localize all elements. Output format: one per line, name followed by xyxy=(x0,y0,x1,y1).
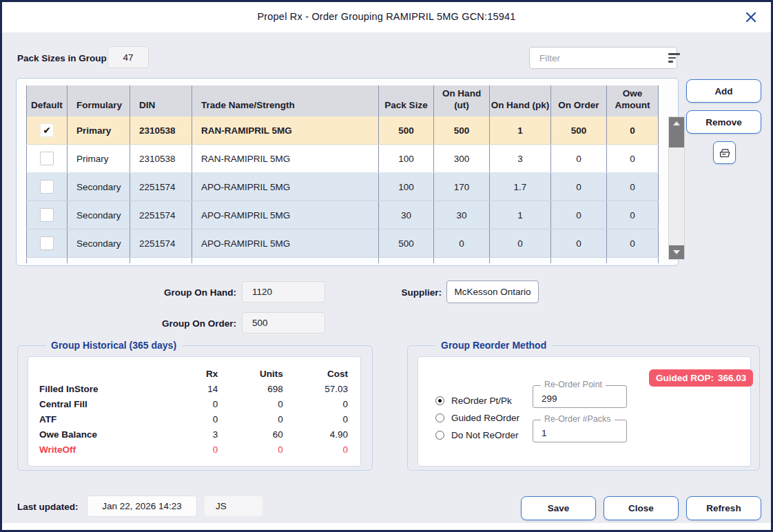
col-owe-amount[interactable]: Owe Amount xyxy=(607,85,659,116)
supplier-label: Supplier: xyxy=(373,287,442,298)
col-formulary[interactable]: Formulary xyxy=(68,85,130,116)
grid-scrollbar[interactable] xyxy=(668,116,685,260)
scrollbar-down-button[interactable] xyxy=(669,245,684,259)
col-on-hand-pk[interactable]: On Hand (pk) xyxy=(490,85,551,116)
table-row[interactable]: Secondary 2251574 APO-RAMIPRIL 5MG 30 30… xyxy=(26,201,659,229)
pack-size-grid: Default Formulary DIN Trade Name/Strengt… xyxy=(26,85,659,263)
reorder-point-label: Re-Order Point xyxy=(541,380,606,389)
guided-rop-badge: Guided ROP: 366.03 xyxy=(649,369,753,387)
group-reorder-legend: Group Reorder Method xyxy=(435,340,552,351)
pack-sizes-label: Pack Sizes in Group xyxy=(17,53,107,63)
table-row[interactable]: ✔ Primary 2310538 RAN-RAMIPRIL 5MG 500 5… xyxy=(26,116,659,145)
reorder-packs-field: Re-Order #Packs xyxy=(533,420,627,442)
group-on-order-label: Group On Order: xyxy=(126,318,236,329)
order-grouping-dialog: Propel Rx - Order Grouping RAMIPRIL 5MG … xyxy=(0,0,773,532)
grid-body: ✔ Primary 2310538 RAN-RAMIPRIL 5MG 500 5… xyxy=(26,116,659,263)
default-checkbox[interactable] xyxy=(40,152,54,165)
filter-icon[interactable] xyxy=(668,53,680,63)
last-updated-initials-field[interactable] xyxy=(204,495,263,517)
pack-sizes-input[interactable] xyxy=(107,46,149,68)
remove-button[interactable]: Remove xyxy=(686,110,761,134)
scroll-down-icon xyxy=(673,250,680,254)
col-on-order[interactable]: On Order xyxy=(551,85,607,116)
last-updated-date-field[interactable] xyxy=(87,495,197,517)
hist-col-units: Units xyxy=(218,367,282,380)
radio-reorder-ptpk[interactable]: ReOrder Pt/Pk xyxy=(435,396,512,406)
table-row-partial xyxy=(26,258,659,263)
grid-header-row: Default Formulary DIN Trade Name/Strengt… xyxy=(26,85,659,116)
radio-guided-reorder[interactable]: Guided ReOrder xyxy=(435,413,519,423)
last-updated-label: Last updated: xyxy=(17,502,79,512)
open-folder-icon xyxy=(718,146,732,160)
close-icon[interactable] xyxy=(742,8,760,26)
col-pack-size[interactable]: Pack Size xyxy=(379,85,434,116)
hist-col-rx: Rx xyxy=(153,367,218,380)
hist-col-cost: Cost xyxy=(283,367,348,380)
add-button[interactable]: Add xyxy=(686,79,761,103)
radio-button-icon[interactable] xyxy=(435,431,444,440)
refresh-button[interactable]: Refresh xyxy=(686,496,761,520)
group-historical-panel: Rx Units Cost Filled InStore 14 698 57.0… xyxy=(28,356,361,467)
table-row[interactable]: Secondary 2251574 APO-RAMIPRIL 5MG 100 1… xyxy=(26,173,659,201)
scrollbar-up-button[interactable] xyxy=(669,117,684,147)
group-reorder-panel: ReOrder Pt/Pk Guided ReOrder Do Not ReOr… xyxy=(418,356,751,467)
save-button[interactable]: Save xyxy=(521,496,596,520)
scroll-up-icon xyxy=(673,121,680,125)
group-historical-legend: Group Historical (365 days) xyxy=(45,340,182,351)
hist-row-label: ATF xyxy=(39,412,153,426)
historical-table: Rx Units Cost Filled InStore 14 698 57.0… xyxy=(28,357,360,456)
reorder-packs-label: Re-Order #Packs xyxy=(541,414,615,424)
default-checkbox[interactable] xyxy=(40,208,54,222)
col-default[interactable]: Default xyxy=(26,85,68,116)
title-bar: Propel Rx - Order Grouping RAMIPRIL 5MG … xyxy=(2,2,771,32)
table-row[interactable]: Secondary 2251574 APO-RAMIPRIL 5MG 500 0… xyxy=(26,229,659,258)
hist-row-label-writeoff: WriteOff xyxy=(39,442,153,456)
pack-size-grid-panel: Default Formulary DIN Trade Name/Strengt… xyxy=(16,78,679,266)
group-on-order-field[interactable] xyxy=(242,312,325,334)
radio-do-not-reorder[interactable]: Do Not ReOrder xyxy=(435,430,519,440)
group-on-hand-label: Group On Hand: xyxy=(126,287,236,298)
filter-input[interactable] xyxy=(530,53,668,63)
hist-row-label: Central Fill xyxy=(39,397,153,411)
radio-button-icon[interactable] xyxy=(435,396,444,405)
default-checkbox[interactable] xyxy=(40,236,54,250)
group-on-hand-field[interactable] xyxy=(242,281,325,303)
col-on-hand-ut[interactable]: On Hand (ut) xyxy=(434,85,490,116)
group-reorder-section: Group Reorder Method ReOrder Pt/Pk Guide… xyxy=(407,340,760,471)
radio-button-icon[interactable] xyxy=(435,413,444,422)
dialog-bottom-strip xyxy=(2,523,771,530)
reorder-point-field: Re-Order Point xyxy=(533,385,627,408)
close-button[interactable]: Close xyxy=(604,496,679,520)
hist-row-label: Owe Balance xyxy=(39,427,153,441)
supplier-field[interactable] xyxy=(446,280,539,303)
dialog-title: Propel Rx - Order Grouping RAMIPRIL 5MG … xyxy=(2,11,771,22)
col-trade-name[interactable]: Trade Name/Strength xyxy=(192,85,379,116)
open-folder-button[interactable] xyxy=(713,141,736,164)
table-row[interactable]: Primary 2310538 RAN-RAMIPRIL 5MG 100 300… xyxy=(26,145,659,173)
col-din[interactable]: DIN xyxy=(130,85,192,116)
default-checkbox[interactable] xyxy=(40,180,54,194)
default-checkbox[interactable]: ✔ xyxy=(40,123,54,137)
group-historical-section: Group Historical (365 days) Rx Units Cos… xyxy=(17,340,373,471)
hist-row-label: Filled InStore xyxy=(39,382,153,396)
filter-field xyxy=(529,47,677,69)
